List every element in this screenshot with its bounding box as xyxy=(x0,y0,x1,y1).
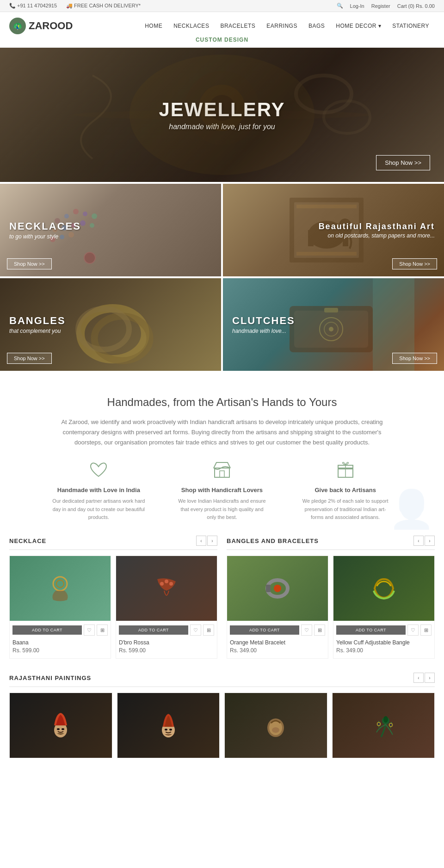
orange-bracelet-name: Orange Metal Bracelet xyxy=(230,639,325,646)
bangles-content: BANGLES that complement you xyxy=(9,315,66,334)
orange-bracelet-actions: ADD TO CART ♡ ⊞ xyxy=(227,621,328,637)
orange-bracelet-info: Orange Metal Bracelet Rs. 349.00 xyxy=(227,637,328,658)
svg-point-45 xyxy=(53,577,67,591)
necklaces-subtitle: to go with your style xyxy=(9,233,81,240)
svg-point-51 xyxy=(274,585,281,592)
top-bar-right: 🔍 Log-In Register Cart (0) Rs. 0.00 xyxy=(337,3,435,9)
bangles-section-header: BANGLES AND BRACELETS ‹ › xyxy=(227,536,435,550)
bangles-shop-now-button[interactable]: Shop Now >> xyxy=(7,353,52,364)
nav-necklaces[interactable]: NECKLACES xyxy=(168,19,215,33)
yellow-bangle-wishlist-button[interactable]: ♡ xyxy=(407,624,419,636)
baana-wishlist-button[interactable]: ♡ xyxy=(84,624,95,636)
nav-stationery[interactable]: STATIONERY xyxy=(387,19,435,33)
cart-link[interactable]: Cart (0) Rs. 0.00 xyxy=(397,3,435,9)
nav-earrings[interactable]: EARRINGS xyxy=(261,19,303,33)
necklaces-shop-now-button[interactable]: Shop Now >> xyxy=(7,258,52,269)
svg-rect-42 xyxy=(220,471,224,477)
svg-point-63 xyxy=(383,716,388,723)
necklace-section-header: NECKLACE ‹ › xyxy=(9,536,217,550)
rajasthani-next-button[interactable]: › xyxy=(425,673,435,683)
svg-point-54 xyxy=(57,728,60,730)
svg-point-9 xyxy=(73,209,79,214)
bangles-nav-arrows: ‹ › xyxy=(413,536,435,546)
dbro-wishlist-button[interactable]: ♡ xyxy=(190,624,201,636)
svg-point-48 xyxy=(165,580,168,583)
feature-handmade: Handmade with Love in India Our dedicate… xyxy=(52,462,145,522)
header: 🦚 ZAROOD HOME NECKLACES BRACELETS EARRIN… xyxy=(0,12,444,34)
clutches-title: CLUTCHES xyxy=(232,315,295,327)
gift-icon xyxy=(299,462,392,482)
rajasthani-painting-3 xyxy=(224,693,327,758)
rajasthani-shop-now-button[interactable]: Shop Now >> xyxy=(392,258,437,269)
svg-point-58 xyxy=(169,729,172,731)
top-bar-left: 📞 +91 11 47042915 🚚 FREE CASH ON DELIVER… xyxy=(9,3,141,9)
category-necklaces[interactable]: NECKLACES to go with your style Shop Now… xyxy=(0,184,221,276)
rajasthani-painting-4 xyxy=(332,693,435,758)
necklace-prev-button[interactable]: ‹ xyxy=(196,536,206,546)
svg-point-49 xyxy=(169,582,173,586)
baana-compare-button[interactable]: ⊞ xyxy=(97,624,108,636)
product-dbro: ADD TO CART ♡ ⊞ D'bro Rossa Rs. 599.00 xyxy=(116,556,217,659)
nav-home[interactable]: HOME xyxy=(139,19,168,33)
top-bar: 📞 +91 11 47042915 🚚 FREE CASH ON DELIVER… xyxy=(0,0,444,12)
svg-point-61 xyxy=(272,727,279,733)
svg-point-11 xyxy=(92,213,97,219)
orange-bracelet-wishlist-button[interactable]: ♡ xyxy=(301,624,312,636)
svg-point-47 xyxy=(160,582,164,586)
delivery-badge: 🚚 FREE CASH ON DELIVERY* xyxy=(66,3,141,9)
svg-point-55 xyxy=(62,728,64,730)
baana-name: Baana xyxy=(12,639,108,646)
yellow-bangle-add-to-cart[interactable]: ADD TO CART xyxy=(336,625,406,635)
feature-shop-desc: We love Indian Handicrafts and ensure th… xyxy=(176,497,268,522)
bangles-subtitle: that complement you xyxy=(9,328,66,334)
rajasthani-painting-1 xyxy=(9,693,112,758)
bangles-section-title: BANGLES AND BRACELETS xyxy=(227,537,319,544)
necklace-nav-arrows: ‹ › xyxy=(196,536,217,546)
bangles-products: ADD TO CART ♡ ⊞ Orange Metal Bracelet Rs… xyxy=(227,556,435,659)
rajasthani-subtitle: on old postcards, stamp papers and more.… xyxy=(319,232,435,239)
baana-add-to-cart[interactable]: ADD TO CART xyxy=(12,625,82,635)
bangles-prev-button[interactable]: ‹ xyxy=(413,536,424,546)
yellow-bangle-info: Yellow Cuff Adjustable Bangle Rs. 349.00 xyxy=(333,637,434,658)
rajasthani-prev-button[interactable]: ‹ xyxy=(413,673,424,683)
svg-point-33 xyxy=(78,309,129,350)
orange-bracelet-add-to-cart[interactable]: ADD TO CART xyxy=(230,625,299,635)
hero-shop-now-button[interactable]: Shop Now >> xyxy=(376,155,430,170)
orange-bracelet-price: Rs. 349.00 xyxy=(230,647,325,654)
clutches-shop-now-button[interactable]: Shop Now >> xyxy=(392,353,437,364)
yellow-bangle-actions: ADD TO CART ♡ ⊞ xyxy=(333,621,434,637)
rajasthani-section: RAJASTHANI PAINTINGS ‹ › xyxy=(0,663,444,763)
feature-artisans: Give back to Artisans We pledge 2% of ea… xyxy=(299,462,392,522)
raj-painting-2-image xyxy=(117,693,220,758)
bangles-next-button[interactable]: › xyxy=(425,536,435,546)
dbro-compare-button[interactable]: ⊞ xyxy=(203,624,214,636)
rajasthani-section-title: RAJASTHANI PAINTINGS xyxy=(9,674,91,681)
baana-actions: ADD TO CART ♡ ⊞ xyxy=(10,621,111,637)
nav-home-decor[interactable]: HOME DECOR ▾ xyxy=(330,19,387,33)
heart-icon xyxy=(52,462,145,482)
svg-rect-24 xyxy=(308,230,314,246)
orange-bracelet-compare-button[interactable]: ⊞ xyxy=(314,624,325,636)
category-clutches[interactable]: CLUTCHES handmade with love... Shop Now … xyxy=(223,278,444,371)
product-baana: ADD TO CART ♡ ⊞ Baana Rs. 599.00 xyxy=(9,556,111,659)
rajasthani-section-header: RAJASTHANI PAINTINGS ‹ › xyxy=(9,673,435,687)
custom-design-link[interactable]: CUSTOM DESIGN xyxy=(196,37,248,43)
yellow-bangle-compare-button[interactable]: ⊞ xyxy=(420,624,432,636)
login-link[interactable]: Log-In xyxy=(350,3,364,9)
dbro-name: D'bro Rossa xyxy=(119,639,214,646)
category-rajasthani[interactable]: Beautiful Rajasthani Art on old postcard… xyxy=(223,184,444,276)
nav-bags[interactable]: BAGS xyxy=(303,19,330,33)
svg-point-10 xyxy=(83,212,87,216)
dbro-add-to-cart[interactable]: ADD TO CART xyxy=(119,625,188,635)
baana-info: Baana Rs. 599.00 xyxy=(10,637,111,658)
register-link[interactable]: Register xyxy=(371,3,390,9)
bangles-section: BANGLES AND BRACELETS ‹ › ADD TO CART ♡ xyxy=(227,536,435,659)
nav-bracelets[interactable]: BRACELETS xyxy=(215,19,261,33)
search-icon[interactable]: 🔍 xyxy=(337,3,343,9)
logo[interactable]: 🦚 ZAROOD xyxy=(9,18,73,34)
svg-rect-52 xyxy=(266,585,271,592)
necklace-section: NECKLACE ‹ › ADD TO CART ♡ ⊞ xyxy=(9,536,217,659)
category-bangles[interactable]: BANGLES that complement you Shop Now >> xyxy=(0,278,221,371)
baana-price: Rs. 599.00 xyxy=(12,647,108,654)
necklace-next-button[interactable]: › xyxy=(207,536,217,546)
